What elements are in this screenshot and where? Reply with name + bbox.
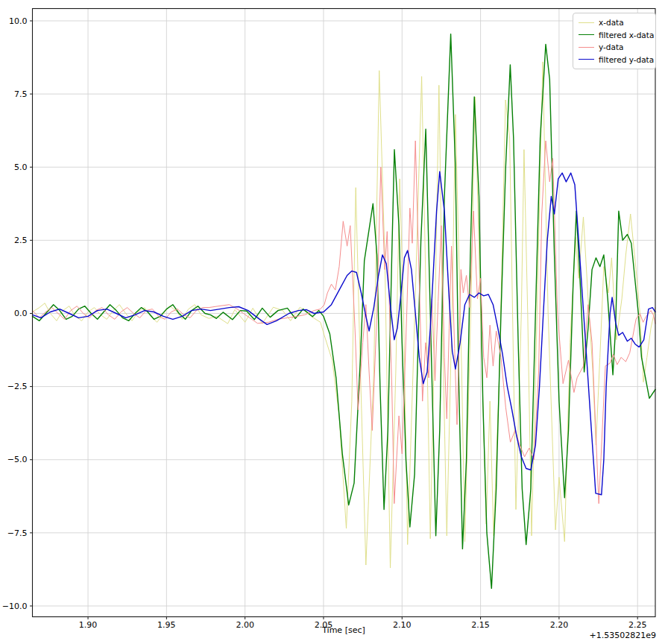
legend-line-swatch	[579, 59, 594, 60]
series-line-x-data	[33, 62, 656, 568]
plot-area-border	[33, 9, 656, 617]
x-tick-label: 2.10	[393, 620, 412, 630]
x-tick-label: 2.15	[471, 620, 490, 630]
x-axis-label: Time [sec]	[321, 625, 365, 635]
grid-layer	[33, 9, 656, 617]
y-tick-label: −2.5	[7, 382, 28, 391]
y-tick-label: −5.0	[7, 455, 28, 464]
x-tick-label: 1.95	[157, 620, 176, 630]
legend-label: filtered y-data	[599, 55, 654, 64]
legend-item: y-data	[579, 41, 649, 54]
series-layer	[33, 34, 656, 589]
y-tick-label: 2.5	[14, 236, 28, 245]
legend-label: x-data	[599, 18, 624, 27]
x-tick-label: 1.90	[79, 620, 98, 630]
x-tick-label: 2.20	[550, 620, 569, 630]
legend: x-datafiltered x-datay-datafiltered y-da…	[573, 13, 656, 69]
matplotlib-figure: 1.901.952.002.052.102.152.202.25−10.0−7.…	[0, 0, 665, 644]
legend-label: filtered x-data	[599, 31, 654, 40]
legend-line-swatch	[579, 34, 594, 35]
legend-line-swatch	[579, 22, 594, 23]
y-tick-label: −7.5	[7, 528, 28, 538]
y-tick-label: 0.0	[14, 309, 28, 318]
y-tick-label: 7.5	[14, 89, 28, 99]
legend-label: y-data	[599, 42, 623, 51]
y-tick-label: 5.0	[14, 162, 28, 172]
x-tick-label: 2.00	[236, 620, 254, 630]
legend-item: filtered x-data	[579, 29, 649, 42]
x-axis-offset-label: +1.53502821e9	[590, 631, 656, 640]
y-tick-label: 10.0	[9, 16, 28, 26]
x-tick-label: 2.25	[628, 620, 647, 630]
legend-item: x-data	[579, 16, 649, 29]
chart-canvas: 1.901.952.002.052.102.152.202.25−10.0−7.…	[0, 0, 665, 644]
legend-line-swatch	[579, 47, 594, 48]
legend-item: filtered y-data	[579, 54, 649, 66]
series-line-filtered-x-data	[33, 34, 656, 589]
y-tick-label: −10.0	[2, 602, 28, 611]
